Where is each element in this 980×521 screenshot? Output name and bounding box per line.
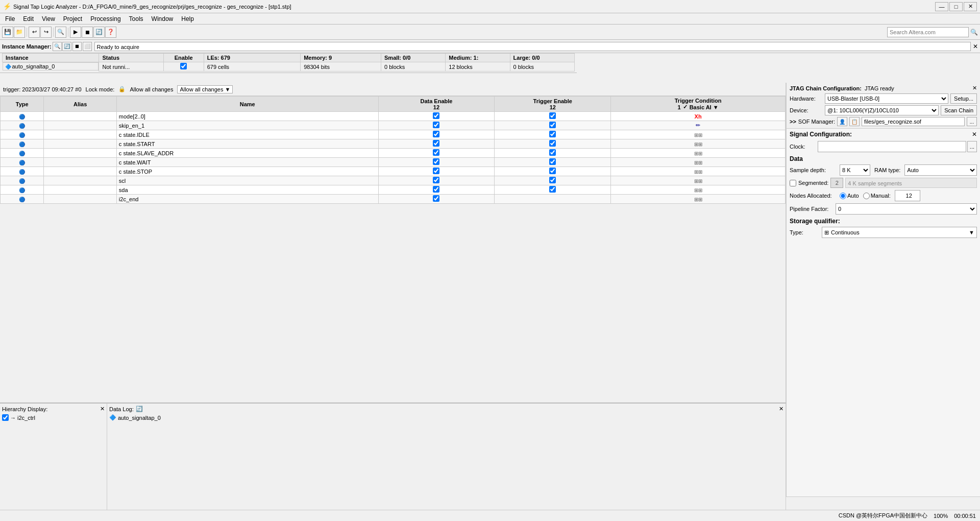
col-medium: Medium: 1: [446, 54, 510, 62]
instance-refresh-btn[interactable]: 🔄 [62, 42, 71, 51]
menu-tools[interactable]: Tools [126, 15, 146, 23]
toolbar-sep2 [53, 28, 54, 37]
instance-manager-label: Instance Manager: [2, 43, 52, 50]
col-small: Small: 0/0 [381, 54, 446, 62]
instance-stop-btn[interactable]: ⏹ [72, 42, 82, 51]
toolbar-netlist[interactable]: 🔍 [55, 27, 66, 38]
toolbar-sep1 [27, 28, 27, 37]
close-button[interactable]: ✕ [964, 2, 977, 11]
col-status: Status [99, 54, 163, 62]
toolbar-refresh[interactable]: 🔄 [93, 27, 105, 38]
toolbar-open[interactable]: 📁 [14, 27, 25, 38]
app-icon: ⚡ [3, 3, 11, 10]
toolbar-undo[interactable]: ↩ [29, 27, 40, 38]
menu-view[interactable]: View [39, 15, 58, 23]
instance-status: Ready to acquire [94, 42, 971, 51]
col-les: LEs: 679 [204, 54, 300, 62]
search-icon: 🔍 [970, 29, 978, 36]
menu-bar: File Edit View Project Processing Tools … [0, 13, 980, 25]
toolbar-sep3 [68, 28, 68, 37]
toolbar-new[interactable]: 💾 [2, 27, 13, 38]
instance-name: auto_signaltap_0 [12, 63, 55, 69]
menu-project[interactable]: Project [60, 15, 85, 23]
instance-large-cell: 0 blocks [510, 62, 574, 72]
toolbar-stop[interactable]: ⏹ [82, 27, 93, 38]
col-large: Large: 0/0 [510, 54, 574, 62]
toolbar-redo[interactable]: ↪ [40, 27, 52, 38]
instance-table-area: Instance Status Enable LEs: 679 Memory: … [0, 53, 577, 73]
col-enable: Enable [163, 54, 204, 62]
menu-window[interactable]: Window [149, 15, 177, 23]
instance-status-cell: Not runni... [99, 62, 163, 72]
instance-search-btn[interactable]: 🔍 [53, 42, 62, 51]
toolbar: 💾 📁 ↩ ↪ 🔍 ▶ ⏹ 🔄 ❓ 🔍 [0, 25, 980, 40]
menu-help[interactable]: Help [178, 15, 197, 23]
minimize-button[interactable]: — [935, 2, 948, 11]
menu-processing[interactable]: Processing [87, 15, 124, 23]
col-instance: Instance [3, 54, 99, 62]
toolbar-help[interactable]: ❓ [105, 27, 116, 38]
toolbar-run[interactable]: ▶ [70, 27, 81, 38]
instances-table: Instance Status Enable LEs: 679 Memory: … [2, 53, 575, 72]
instance-type-icon: 🔷 [5, 64, 11, 69]
instance-close-btn[interactable]: ✕ [973, 43, 978, 50]
instance-panel-btn[interactable]: ⬜ [83, 42, 92, 51]
window-title: Signal Tap Logic Analyzer - D:/A_FPGA/0_… [13, 4, 931, 10]
title-bar: ⚡ Signal Tap Logic Analyzer - D:/A_FPGA/… [0, 0, 980, 13]
instance-les-cell: 679 cells [204, 62, 300, 72]
instance-enable-cell[interactable] [163, 62, 204, 72]
instance-manager-bar: Instance Manager: 🔍 🔄 ⏹ ⬜ Ready to acqui… [0, 40, 980, 53]
maximize-button[interactable]: □ [949, 2, 963, 11]
instance-memory-cell: 98304 bits [301, 62, 381, 72]
instance-row[interactable]: 🔷 auto_signaltap_0 Not runni... 679 cell… [3, 62, 575, 72]
instance-small-cell: 0 blocks [381, 62, 446, 72]
instance-enable-checkbox[interactable] [180, 63, 187, 69]
instance-name-cell: 🔷 auto_signaltap_0 [3, 62, 99, 70]
window-controls: — □ ✕ [935, 2, 977, 11]
instance-medium-cell: 12 blocks [446, 62, 510, 72]
menu-edit[interactable]: Edit [20, 15, 37, 23]
menu-file[interactable]: File [2, 15, 18, 23]
col-memory: Memory: 9 [301, 54, 381, 62]
search-input[interactable] [887, 27, 969, 37]
